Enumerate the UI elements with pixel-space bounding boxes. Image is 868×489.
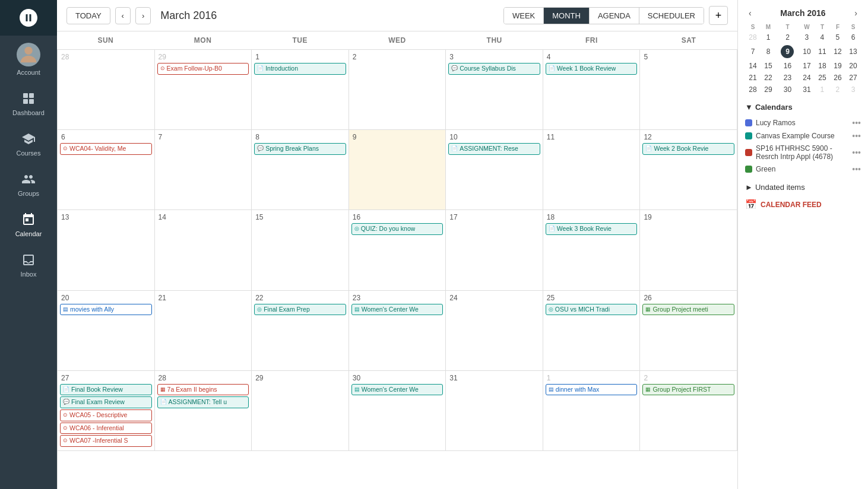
calendar-cell[interactable]: 21: [155, 291, 252, 371]
mini-cal-date[interactable]: 29: [761, 84, 776, 96]
event[interactable]: ⊙WCA07 -Inferential S: [60, 435, 152, 447]
event[interactable]: ▤dinner with Max: [546, 384, 638, 396]
calendar-more-button[interactable]: •••: [852, 164, 861, 174]
calendar-entry[interactable]: Lucy Ramos •••: [745, 116, 861, 129]
mini-cal-date[interactable]: 20: [845, 60, 861, 72]
event[interactable]: 💬Course Syllabus Dis: [448, 63, 540, 75]
undated-section[interactable]: ► Undated items: [745, 183, 861, 192]
mini-cal-date[interactable]: 15: [761, 60, 776, 72]
calendar-cell[interactable]: 16◎QUIZ: Do you know: [349, 210, 446, 290]
mini-cal-date[interactable]: 1: [815, 84, 830, 96]
calendar-cell[interactable]: 15: [252, 210, 349, 290]
week-view-button[interactable]: WEEK: [504, 8, 544, 24]
sidebar-item-courses[interactable]: Courses: [0, 123, 57, 164]
mini-cal-date[interactable]: 13: [845, 43, 861, 60]
event[interactable]: ▤movies with Ally: [60, 304, 152, 316]
calendar-cell[interactable]: 1▤dinner with Max: [543, 371, 641, 451]
sidebar-item-dashboard[interactable]: Dashboard: [0, 83, 57, 123]
event[interactable]: 📄Final Book Review: [60, 384, 152, 396]
calendar-cell[interactable]: 7: [155, 130, 252, 210]
event[interactable]: ⊙WCA04- Validity, Me: [60, 143, 152, 155]
calendar-cell[interactable]: 29⊙Exam Follow-Up-B0: [155, 50, 252, 130]
event[interactable]: 📄ASSIGNMENT: Tell u: [157, 396, 249, 408]
calendar-entry[interactable]: SP16 HTHRHSC 5900 - Resrch Intrp Appl (4…: [745, 142, 861, 163]
event[interactable]: ▦7a Exam II begins: [157, 384, 249, 396]
mini-cal-date[interactable]: 30: [776, 84, 799, 96]
event[interactable]: ◎QUIZ: Do you know: [351, 223, 443, 235]
calendar-cell[interactable]: 11: [543, 130, 641, 210]
today-button[interactable]: TODAY: [66, 7, 110, 24]
month-view-button[interactable]: MONTH: [544, 8, 590, 24]
mini-cal-date[interactable]: 10: [799, 43, 815, 60]
mini-next-button[interactable]: ›: [851, 7, 861, 19]
calendar-cell[interactable]: 3💬Course Syllabus Dis: [446, 50, 543, 130]
sidebar-item-groups[interactable]: Groups: [0, 164, 57, 204]
event[interactable]: ⊙Exam Follow-Up-B0: [157, 63, 249, 75]
mini-cal-date[interactable]: 26: [830, 72, 845, 84]
calendar-cell[interactable]: 9: [349, 130, 446, 210]
calendar-cell[interactable]: 18📄Week 3 Book Revie: [543, 210, 641, 290]
event[interactable]: ▦Group Project FIRST: [642, 384, 734, 396]
mini-cal-date[interactable]: 28: [745, 84, 761, 96]
calendar-cell[interactable]: 19: [640, 210, 737, 290]
prev-button[interactable]: ‹: [115, 7, 131, 24]
mini-cal-date[interactable]: 25: [815, 72, 830, 84]
event[interactable]: ◎OSU vs MICH Tradi: [546, 304, 638, 316]
calendar-entry[interactable]: Green •••: [745, 163, 861, 176]
event[interactable]: ▤Women's Center We: [351, 304, 443, 316]
calendar-cell[interactable]: 10📄ASSIGNMENT: Rese: [446, 130, 543, 210]
sidebar-item-inbox[interactable]: Inbox: [0, 244, 57, 285]
calendar-feed[interactable]: 📅 CALENDAR FEED: [745, 199, 861, 210]
mini-cal-date[interactable]: 27: [845, 72, 861, 84]
calendar-cell[interactable]: 23▤Women's Center We: [349, 291, 446, 371]
calendar-cell[interactable]: 24: [446, 291, 543, 371]
event[interactable]: ⊙WCA05 - Descriptive: [60, 409, 152, 421]
mini-cal-date[interactable]: 4: [815, 31, 830, 43]
mini-cal-date[interactable]: 14: [745, 60, 761, 72]
sidebar-item-calendar[interactable]: Calendar: [0, 204, 57, 244]
event[interactable]: 📄Week 3 Book Revie: [546, 223, 638, 235]
calendar-cell[interactable]: 22◎Final Exam Prep: [252, 291, 349, 371]
mini-cal-date[interactable]: 3: [799, 31, 815, 43]
mini-cal-date[interactable]: 1: [761, 31, 776, 43]
calendar-cell[interactable]: 13: [58, 210, 155, 290]
calendar-cell[interactable]: 14: [155, 210, 252, 290]
calendar-cell[interactable]: 25◎OSU vs MICH Tradi: [543, 291, 641, 371]
next-button[interactable]: ›: [135, 7, 151, 24]
mini-cal-date[interactable]: 19: [830, 60, 845, 72]
mini-cal-date[interactable]: 28: [745, 31, 761, 43]
event[interactable]: 💬Spring Break Plans: [254, 143, 346, 155]
calendar-cell[interactable]: 27📄Final Book Review💬Final Exam Review⊙W…: [58, 371, 155, 451]
event[interactable]: 📄ASSIGNMENT: Rese: [448, 143, 540, 155]
event[interactable]: 📄Week 1 Book Review: [546, 63, 638, 75]
event[interactable]: 📄Week 2 Book Revie: [642, 143, 734, 155]
mini-cal-date[interactable]: 24: [799, 72, 815, 84]
mini-prev-button[interactable]: ‹: [745, 7, 755, 19]
add-event-button[interactable]: +: [709, 6, 728, 25]
event[interactable]: ⊙WCA06 - Inferential: [60, 423, 152, 434]
calendar-cell[interactable]: 31: [446, 371, 543, 451]
calendar-more-button[interactable]: •••: [852, 148, 861, 157]
calendar-cell[interactable]: 28▦7a Exam II begins📄ASSIGNMENT: Tell u: [155, 371, 252, 451]
mini-cal-date[interactable]: 11: [815, 43, 830, 60]
mini-cal-date[interactable]: 3: [845, 84, 861, 96]
calendar-cell[interactable]: 30▤Women's Center We: [349, 371, 446, 451]
scheduler-view-button[interactable]: SCHEDULER: [639, 8, 704, 24]
calendar-cell[interactable]: 20▤movies with Ally: [58, 291, 155, 371]
event[interactable]: 💬Final Exam Review: [60, 396, 152, 408]
mini-cal-date[interactable]: 16: [776, 60, 799, 72]
mini-cal-date[interactable]: 6: [845, 31, 861, 43]
calendar-entry[interactable]: Canvas Example Course •••: [745, 129, 861, 142]
calendar-cell[interactable]: 26▦Group Project meeti: [640, 291, 737, 371]
calendar-cell[interactable]: 5: [640, 50, 737, 130]
calendar-cell[interactable]: 4📄Week 1 Book Review: [543, 50, 641, 130]
mini-cal-date[interactable]: 18: [815, 60, 830, 72]
sidebar-item-account[interactable]: Account: [0, 36, 57, 83]
agenda-view-button[interactable]: AGENDA: [590, 8, 639, 24]
mini-cal-date[interactable]: 31: [799, 84, 815, 96]
mini-cal-date[interactable]: 17: [799, 60, 815, 72]
event[interactable]: 📄Introduction: [254, 63, 346, 75]
mini-cal-date[interactable]: 8: [761, 43, 776, 60]
calendars-header[interactable]: ▼ Calendars: [745, 103, 861, 112]
calendar-cell[interactable]: 2▦Group Project FIRST: [640, 371, 737, 451]
